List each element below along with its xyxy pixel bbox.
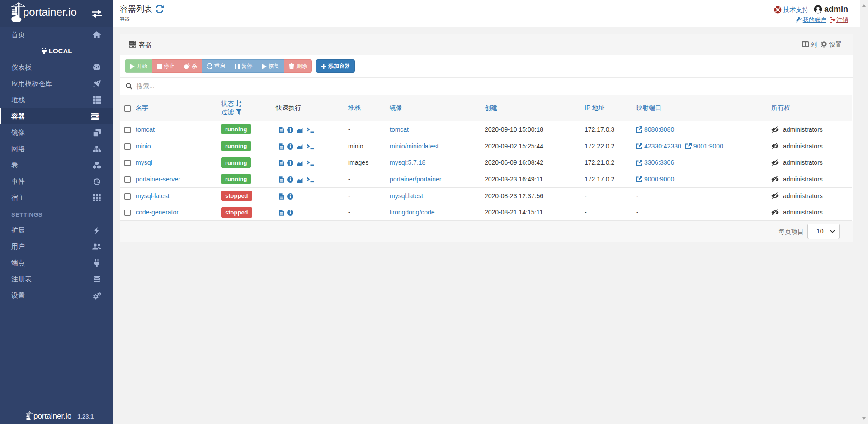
svg-text:Z: Z: [239, 104, 241, 107]
